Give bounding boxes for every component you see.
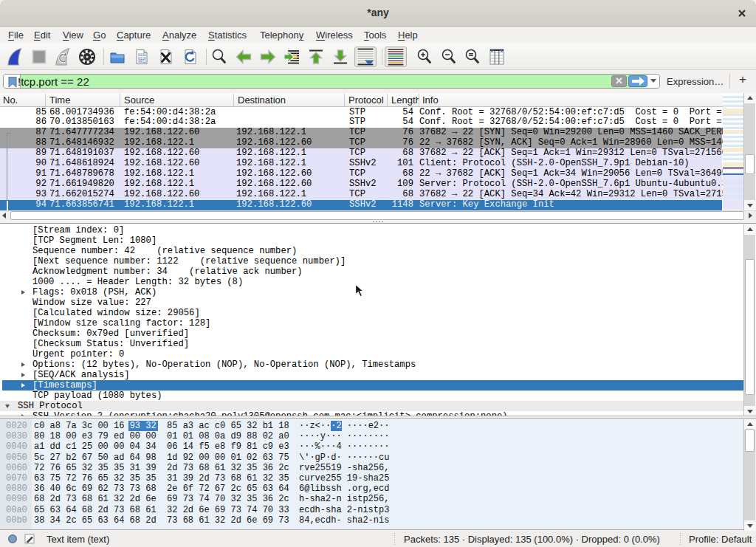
svg-text:0011: 0011 xyxy=(138,60,146,63)
